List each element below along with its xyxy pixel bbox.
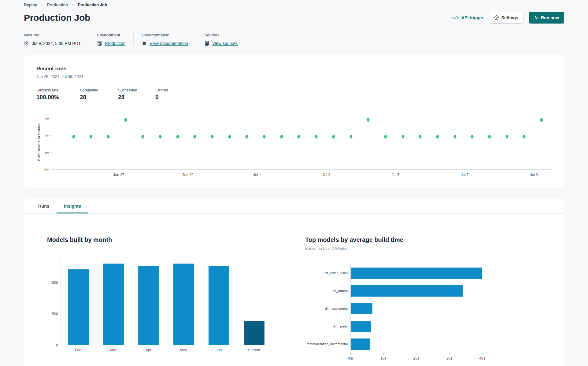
models-bar (103, 264, 124, 345)
scatter-x-tick-label: Jul 5 (392, 173, 399, 177)
job-meta-row: Next run Jul 9, 2024, 5:00 PM PDT Enviro… (24, 33, 564, 46)
run-duration-point[interactable] (159, 135, 162, 139)
top-models-x-tick-mark (383, 353, 384, 355)
environment-link[interactable]: Production (105, 41, 125, 46)
top-models-x-tick-mark (482, 353, 483, 355)
play-icon (534, 16, 538, 20)
models-bar (173, 264, 194, 345)
next-run-value: Jul 9, 2024, 5:00 PM PDT (32, 41, 81, 46)
run-duration-point[interactable] (176, 135, 179, 139)
next-run-label: Next run (24, 33, 81, 37)
database-icon (204, 41, 209, 46)
run-duration-point[interactable] (419, 135, 422, 139)
run-duration-point[interactable] (505, 135, 508, 139)
run-duration-point[interactable] (228, 135, 231, 139)
models-bar-slot (236, 258, 272, 345)
models-bar-plot (61, 258, 272, 345)
run-duration-point[interactable] (349, 135, 352, 139)
models-bar-y-tick-label: 0 (56, 343, 58, 347)
run-duration-point[interactable] (211, 135, 214, 139)
top-models-bar (351, 321, 371, 332)
production-job-page: Deploy › Production › Production Job Pro… (0, 0, 588, 366)
top-models-x-tick-label: 20s (413, 356, 419, 360)
scatter-x-tick-label: Jul 1 (253, 173, 261, 177)
models-bar-category-label: Mar (96, 345, 131, 352)
top-models-x-tick-label: 40s (479, 356, 485, 360)
top-models-x-tick-mark (350, 353, 351, 355)
scatter-y-tick-label: 0m (44, 168, 49, 172)
insights-panel: Models built by month 05001000 FebMarApr… (24, 214, 564, 366)
run-duration-point[interactable] (471, 135, 474, 139)
run-duration-point[interactable] (401, 135, 404, 139)
scatter-y-tick-label: 3m (44, 117, 49, 121)
scatter-x-tick-label: Jul 3 (323, 173, 330, 177)
run-duration-point[interactable] (436, 135, 439, 139)
breadcrumb-deploy[interactable]: Deploy (24, 2, 37, 7)
scatter-x-tick-label: Jul 9 (530, 173, 538, 177)
scatter-y-tick-mark (50, 119, 52, 119)
run-duration-point[interactable] (142, 135, 144, 139)
top-models-category-label: dim_customers (305, 300, 350, 317)
gear-icon (494, 15, 499, 20)
recent-runs-card: Recent runs Jun 25, 2024–Jul 09, 2024 Su… (24, 55, 564, 188)
settings-button[interactable]: Settings (489, 12, 523, 24)
breadcrumb-separator-icon: › (41, 2, 43, 7)
scatter-x-tick-label: Jul 7 (461, 173, 468, 177)
top-models-rows (350, 264, 495, 353)
run-now-button[interactable]: Run now (529, 12, 564, 24)
models-bar-slot (201, 258, 236, 345)
run-duration-point[interactable] (72, 135, 75, 139)
top-models-x-tick-mark (416, 353, 416, 355)
scatter-x-tick-label: Jun 27 (113, 173, 124, 177)
run-duration-point[interactable] (246, 135, 248, 139)
top-models-x-tick-mark (449, 353, 449, 355)
environment-icon (97, 41, 102, 46)
recent-runs-date-range: Jun 25, 2024–Jul 09, 2024 (36, 74, 552, 79)
scatter-x-tick-label: Jun 29 (182, 173, 193, 177)
view-documentation-link[interactable]: View documentation (150, 41, 188, 46)
breadcrumb: Deploy › Production › Production Job (24, 0, 564, 7)
run-duration-point[interactable] (453, 135, 456, 139)
run-now-label: Run now (541, 15, 559, 20)
run-duration-point[interactable] (523, 135, 526, 139)
stat-errored: Errored 0 (155, 88, 168, 101)
tab-bar: Runs Insights (24, 199, 564, 214)
view-sources-link[interactable]: View sources (212, 41, 238, 46)
run-duration-point[interactable] (540, 118, 543, 122)
run-duration-point[interactable] (332, 135, 335, 139)
header-actions: </> API trigger Settings Run now (452, 12, 564, 24)
top-models-x-tick-label: 30s (446, 356, 452, 360)
scatter-y-tick-mark (50, 135, 52, 136)
models-bar-slot (61, 258, 96, 345)
tab-insights[interactable]: Insights (57, 199, 88, 213)
run-duration-point[interactable] (194, 135, 196, 139)
top-models-category-label: fct_order_items (305, 264, 350, 282)
run-duration-point[interactable] (298, 135, 300, 139)
meta-next-run: Next run Jul 9, 2024, 5:00 PM PDT (24, 33, 89, 46)
top-models-labels: fct_order_itemsfct_ordersdim_customersdi… (305, 264, 350, 362)
run-duration-point[interactable] (263, 135, 266, 139)
run-duration-point[interactable] (280, 135, 283, 139)
meta-documentation: Documentation View documentation (142, 33, 196, 46)
run-duration-point[interactable] (367, 118, 370, 122)
top-models-bar (351, 285, 463, 297)
stat-completed: Completed 28 (80, 88, 112, 101)
run-duration-point[interactable] (384, 135, 387, 139)
run-duration-point[interactable] (124, 118, 127, 122)
breadcrumb-production[interactable]: Production (47, 2, 68, 7)
run-duration-point[interactable] (107, 135, 109, 139)
run-duration-point[interactable] (488, 135, 491, 139)
api-trigger-link[interactable]: </> API trigger (452, 15, 483, 20)
models-bar (138, 266, 159, 345)
build-duration-plot (52, 115, 552, 170)
run-duration-point[interactable] (315, 135, 318, 139)
sources-label: Sources (204, 33, 238, 37)
dbt-docs-icon (142, 41, 147, 46)
stat-success-rate: Success rate 100.00% (36, 88, 74, 101)
run-duration-point[interactable] (90, 135, 92, 139)
tab-runs[interactable]: Runs (31, 199, 57, 213)
models-bar-category-label: Apr (131, 345, 166, 352)
models-bar-category-label: Current (236, 345, 272, 352)
environment-label: Environment (97, 33, 125, 37)
top-models-x-tick-label: 10s (380, 356, 386, 360)
